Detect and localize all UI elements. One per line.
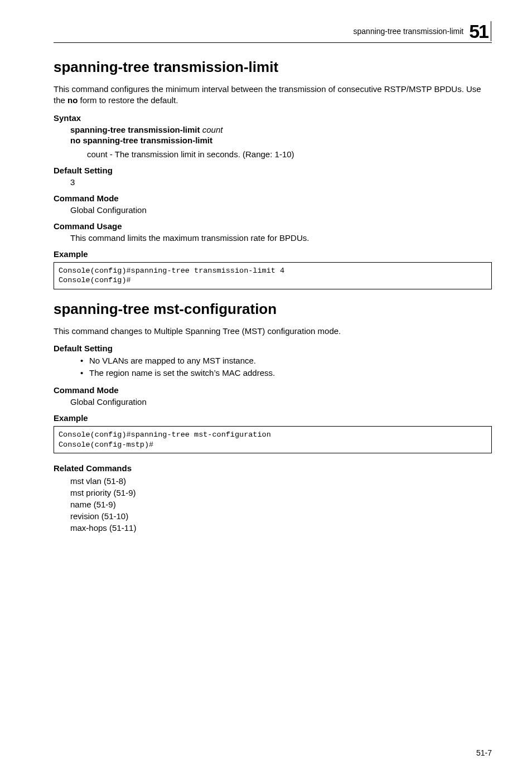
- section2-title: spanning-tree mst-configuration: [54, 301, 492, 318]
- related-list: mst vlan (51-8) mst priority (51-9) name…: [54, 475, 492, 534]
- example-label-1: Example: [54, 249, 492, 259]
- intro-text-b: form to restore the default.: [78, 95, 178, 105]
- syntax-bold-2: no spanning-tree transmission-limit: [70, 136, 212, 145]
- default-label-2: Default Setting: [54, 344, 492, 353]
- chapter-badge: 51: [469, 21, 492, 41]
- mode-label-2: Command Mode: [54, 385, 492, 395]
- page-header: spanning-tree transmission-limit 51: [54, 21, 492, 43]
- default-label-1: Default Setting: [54, 166, 492, 175]
- param-italic: count: [87, 149, 108, 159]
- chapter-bar-icon: [490, 21, 492, 41]
- chapter-number: 51: [469, 22, 488, 41]
- syntax-line-2: no spanning-tree transmission-limit: [70, 136, 492, 145]
- mode-label-1: Command Mode: [54, 194, 492, 203]
- mode-value-1: Global Configuration: [54, 205, 492, 215]
- default-value-1: 3: [54, 177, 492, 187]
- related-item-4: revision (51-10): [70, 510, 492, 522]
- page-number: 51-7: [476, 748, 492, 757]
- default-bullets: No VLANs are mapped to any MST instance.…: [54, 355, 492, 379]
- example-code-2: Console(config)#spanning-tree mst-config…: [54, 426, 492, 453]
- param-rest: - The transmission limit in seconds. (Ra…: [108, 149, 294, 159]
- running-title: spanning-tree transmission-limit: [354, 27, 464, 36]
- related-item-3: name (51-9): [70, 499, 492, 510]
- param-desc: count - The transmission limit in second…: [70, 149, 492, 159]
- usage-value: This command limits the maximum transmis…: [54, 233, 492, 243]
- usage-label: Command Usage: [54, 221, 492, 231]
- mode-value-2: Global Configuration: [54, 397, 492, 407]
- related-item-5: max-hops (51-11): [70, 522, 492, 534]
- example-code-1: Console(config)#spanning-tree transmissi…: [54, 262, 492, 289]
- syntax-bold-1: spanning-tree transmission-limit: [70, 125, 202, 134]
- syntax-italic-1: count: [202, 125, 223, 134]
- example-label-2: Example: [54, 413, 492, 423]
- bullet-2: The region name is set the switch’s MAC …: [80, 367, 492, 379]
- syntax-label: Syntax: [54, 113, 492, 123]
- related-item-1: mst vlan (51-8): [70, 475, 492, 487]
- related-item-2: mst priority (51-9): [70, 487, 492, 499]
- section1-intro: This command configures the minimum inte…: [54, 84, 492, 107]
- related-label: Related Commands: [54, 463, 492, 473]
- section2-intro: This command changes to Multiple Spannin…: [54, 326, 492, 337]
- syntax-line-1: spanning-tree transmission-limit count: [70, 125, 492, 134]
- bullet-1: No VLANs are mapped to any MST instance.: [80, 355, 492, 366]
- section1-title: spanning-tree transmission-limit: [54, 59, 492, 76]
- intro-no-bold: no: [67, 95, 78, 105]
